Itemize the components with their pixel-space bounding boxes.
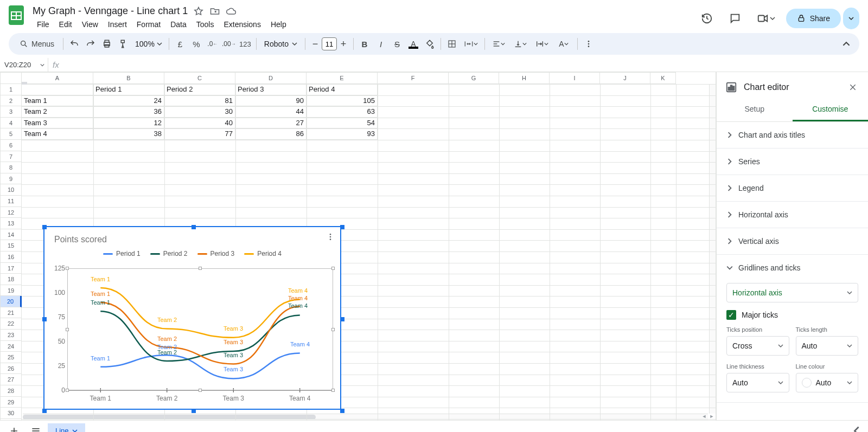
decrease-decimal-button[interactable]: .0← bbox=[205, 36, 220, 51]
row-header[interactable]: 2 bbox=[0, 95, 22, 107]
history-icon[interactable] bbox=[696, 8, 718, 29]
col-header[interactable]: B bbox=[93, 72, 164, 84]
cell[interactable]: Team 4 bbox=[22, 128, 93, 140]
row-header[interactable]: 22 bbox=[0, 318, 22, 330]
row-header[interactable]: 24 bbox=[0, 341, 22, 352]
add-sheet-button[interactable] bbox=[4, 423, 24, 433]
row-header[interactable]: 13 bbox=[0, 218, 22, 229]
valign-button[interactable] bbox=[510, 36, 531, 51]
spreadsheet-grid[interactable]: ◄► ABCDEFGHIJK12345678910111213141516171… bbox=[0, 72, 716, 420]
cell[interactable]: Team 2 bbox=[22, 106, 93, 118]
fill-color-button[interactable] bbox=[422, 36, 437, 51]
plot-area-selection[interactable] bbox=[67, 268, 333, 390]
row-header[interactable]: 18 bbox=[0, 274, 22, 285]
row-header[interactable]: 15 bbox=[0, 240, 22, 252]
row-header[interactable]: 8 bbox=[0, 162, 22, 173]
font-size-input[interactable] bbox=[322, 37, 337, 50]
sheets-logo[interactable] bbox=[5, 4, 27, 26]
row-header[interactable]: 9 bbox=[0, 173, 22, 185]
gridlines-axis-select[interactable]: Horizontal axis bbox=[726, 283, 858, 302]
row-header[interactable]: 28 bbox=[0, 385, 22, 397]
tab-setup[interactable]: Setup bbox=[717, 99, 793, 121]
print-button[interactable] bbox=[99, 36, 114, 51]
explore-button[interactable] bbox=[850, 424, 864, 433]
cell[interactable]: 63 bbox=[307, 106, 378, 118]
rotate-button[interactable]: A bbox=[553, 36, 574, 51]
cell[interactable]: 81 bbox=[164, 95, 235, 107]
ticks-position-select[interactable]: Cross bbox=[726, 336, 789, 356]
paint-format-button[interactable] bbox=[116, 36, 131, 51]
comments-icon[interactable] bbox=[724, 8, 746, 29]
merge-button[interactable] bbox=[461, 36, 481, 51]
row-header[interactable]: 23 bbox=[0, 330, 22, 341]
bold-button[interactable]: B bbox=[357, 36, 372, 51]
row-header[interactable]: 14 bbox=[0, 229, 22, 241]
percent-button[interactable]: % bbox=[189, 36, 204, 51]
row-header[interactable]: 7 bbox=[0, 151, 22, 163]
line-thickness-select[interactable]: Auto bbox=[726, 373, 789, 392]
text-color-button[interactable]: A bbox=[406, 36, 421, 51]
menu-extensions[interactable]: Extensions bbox=[219, 18, 265, 31]
row-header[interactable]: 11 bbox=[0, 196, 22, 207]
menu-file[interactable]: File bbox=[33, 18, 54, 31]
row-header[interactable]: 1 bbox=[0, 84, 22, 95]
zoom-select[interactable]: 100% bbox=[132, 40, 165, 48]
more-toolbar-button[interactable] bbox=[581, 36, 596, 51]
cell[interactable]: 12 bbox=[93, 118, 164, 129]
menu-tools[interactable]: Tools bbox=[192, 18, 219, 31]
cell[interactable]: 36 bbox=[93, 106, 164, 118]
section-chart-titles[interactable]: Chart and axis titles bbox=[717, 122, 868, 149]
cell[interactable]: 30 bbox=[164, 106, 235, 118]
menu-insert[interactable]: Insert bbox=[104, 18, 131, 31]
col-header[interactable]: E bbox=[307, 72, 378, 84]
menu-help[interactable]: Help bbox=[266, 18, 291, 31]
row-header[interactable]: 26 bbox=[0, 363, 22, 375]
row-header[interactable]: 27 bbox=[0, 374, 22, 385]
redo-button[interactable] bbox=[83, 36, 98, 51]
cloud-icon[interactable] bbox=[226, 6, 237, 17]
menu-format[interactable]: Format bbox=[132, 18, 165, 31]
cell[interactable]: 27 bbox=[235, 118, 307, 129]
menu-edit[interactable]: Edit bbox=[55, 18, 76, 31]
major-ticks-checkbox[interactable]: ✓ bbox=[726, 310, 736, 320]
cell[interactable]: 90 bbox=[235, 95, 307, 107]
ticks-length-select[interactable]: Auto bbox=[796, 336, 859, 356]
cell[interactable]: Team 1 bbox=[22, 95, 93, 107]
cell[interactable]: 44 bbox=[235, 106, 307, 118]
row-header[interactable]: 10 bbox=[0, 184, 22, 196]
section-horizontal-axis[interactable]: Horizontal axis bbox=[717, 202, 868, 228]
row-header[interactable]: 20 bbox=[0, 296, 22, 307]
row-header[interactable]: 31 bbox=[0, 419, 22, 420]
name-box[interactable]: V20:Z20 bbox=[4, 61, 48, 69]
search-menus[interactable]: Menus bbox=[14, 36, 60, 51]
col-header[interactable]: K bbox=[650, 72, 676, 84]
col-header[interactable]: C bbox=[164, 72, 235, 84]
col-header[interactable]: F bbox=[378, 72, 449, 84]
increase-font-button[interactable]: + bbox=[337, 37, 350, 50]
row-header[interactable]: 25 bbox=[0, 352, 22, 363]
row-header[interactable]: 17 bbox=[0, 263, 22, 274]
row-header[interactable]: 21 bbox=[0, 307, 22, 319]
cell[interactable] bbox=[22, 84, 93, 95]
strike-button[interactable]: S bbox=[390, 36, 405, 51]
row-header[interactable]: 12 bbox=[0, 207, 22, 218]
cell[interactable]: 93 bbox=[307, 128, 378, 140]
collapse-toolbar-button[interactable] bbox=[839, 36, 854, 51]
move-icon[interactable] bbox=[209, 6, 220, 17]
sheet-tab-line[interactable]: Line bbox=[48, 423, 85, 432]
row-header[interactable]: 19 bbox=[0, 285, 22, 296]
star-icon[interactable] bbox=[193, 6, 204, 17]
increase-decimal-button[interactable]: .00→ bbox=[221, 36, 237, 51]
section-vertical-axis[interactable]: Vertical axis bbox=[717, 228, 868, 255]
cell[interactable]: 38 bbox=[93, 128, 164, 140]
cell[interactable]: 86 bbox=[235, 128, 307, 140]
line-colour-select[interactable]: Auto bbox=[796, 373, 859, 392]
currency-button[interactable]: £ bbox=[173, 36, 188, 51]
row-header[interactable]: 3 bbox=[0, 106, 22, 118]
borders-button[interactable] bbox=[444, 36, 459, 51]
close-icon[interactable] bbox=[846, 81, 859, 94]
col-header[interactable]: D bbox=[235, 72, 307, 84]
row-header[interactable]: 5 bbox=[0, 128, 22, 140]
col-header[interactable]: G bbox=[449, 72, 499, 84]
col-header[interactable]: I bbox=[550, 72, 600, 84]
